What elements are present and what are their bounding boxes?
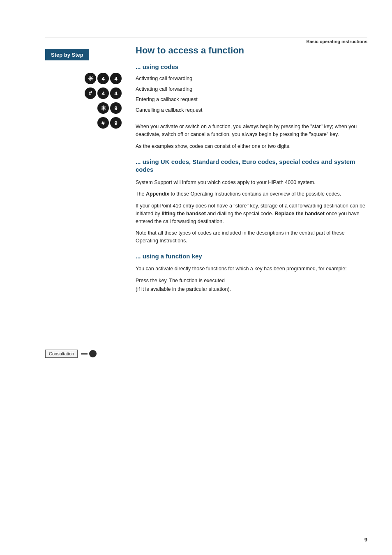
code-row-4: Cancelling a callback request xyxy=(136,107,367,114)
section2-para3-bold1: lifting the handset xyxy=(161,211,206,216)
keys-2: # 4 4 xyxy=(76,88,122,99)
hash-key-4: # xyxy=(97,117,109,129)
section2-heading: ... using UK codes, Standard codes, Euro… xyxy=(136,158,367,174)
code-row-4-desc: Cancelling a callback request xyxy=(136,107,203,114)
section3-consult-line2: (if it is available in the particular si… xyxy=(136,286,367,293)
section2-para4: Note that all these types of codes are i… xyxy=(136,229,367,245)
content-area: How to access a function ... using codes… xyxy=(127,45,367,530)
section2-para3: If your optiPoint 410 entry does not hav… xyxy=(136,202,367,225)
digit-4-key-2b: 4 xyxy=(110,88,122,99)
section2-para2-suffix: to these Operating Instructions contains… xyxy=(169,191,341,197)
sidebar-keys: ✳ 4 4 # 4 4 ✳ 9 xyxy=(45,73,127,132)
section2-para3-mid: and dialling the special code. xyxy=(206,211,274,216)
indicator-line xyxy=(81,353,88,355)
indicator-circle xyxy=(89,350,97,357)
digit-9-key-4: 9 xyxy=(110,117,122,129)
code-row-1: Activating call forwarding xyxy=(136,75,367,83)
section3-para1: You can activate directly those function… xyxy=(136,265,367,273)
star-key-3: ✳ xyxy=(97,102,109,114)
code-row-2-desc: Activating call forwarding xyxy=(136,86,192,93)
keys-3: ✳ 9 xyxy=(89,102,122,114)
page-number: 9 xyxy=(364,537,367,543)
key-row-3: ✳ 9 xyxy=(89,102,127,114)
section3-heading: ... using a function key xyxy=(136,252,367,260)
keys-4: # 9 xyxy=(89,117,122,129)
step-by-step-label: Step by Step xyxy=(45,49,89,60)
key-row-1: ✳ 4 4 xyxy=(76,73,127,84)
digit-4-key-2a: 4 xyxy=(97,88,109,99)
header-bar: Basic operating instructions xyxy=(45,37,367,44)
page: Basic operating instructions Step by Ste… xyxy=(0,0,392,555)
code-row-2: Activating call forwarding xyxy=(136,86,367,93)
section2-para2: The Appendix to these Operating Instruct… xyxy=(136,190,367,198)
header-title: Basic operating instructions xyxy=(306,39,367,44)
keys-1: ✳ 4 4 xyxy=(76,73,122,84)
consult-key-label: Consultation xyxy=(45,350,78,358)
star-key-1: ✳ xyxy=(85,73,96,84)
main-layout: Step by Step ✳ 4 4 # 4 4 xyxy=(45,45,367,530)
digit-9-key-3: 9 xyxy=(110,102,122,114)
code-rows: Activating call forwarding Activating ca… xyxy=(136,75,367,117)
section1-para1: When you activate or switch on a functio… xyxy=(136,123,367,138)
key-row-4: # 9 xyxy=(89,117,127,129)
key-row-2: # 4 4 xyxy=(76,88,127,99)
code-row-3: Entering a callback request xyxy=(136,96,367,104)
code-row-3-desc: Entering a callback request xyxy=(136,96,198,104)
consult-key-area: Consultation xyxy=(45,350,127,358)
consult-row: Consultation xyxy=(45,350,127,358)
section2-para1: System Support will inform you which cod… xyxy=(136,179,367,187)
section3-consult-desc: Press the key. The function is executed … xyxy=(136,277,367,293)
section2-para2-bold: Appendix xyxy=(146,191,169,197)
code-row-1-desc: Activating call forwarding xyxy=(136,75,192,83)
section1-para2: As the examples show, codes can consist … xyxy=(136,143,367,150)
section3-consult-line1: Press the key. The function is executed xyxy=(136,277,367,285)
main-heading: How to access a function xyxy=(136,45,367,56)
consult-indicator xyxy=(81,350,97,357)
digit-4-key-1b: 4 xyxy=(110,73,122,84)
section1-heading: ... using codes xyxy=(136,63,367,70)
sidebar: Step by Step ✳ 4 4 # 4 4 xyxy=(45,45,127,530)
digit-4-key-1a: 4 xyxy=(97,73,109,84)
section2-para2-prefix: The xyxy=(136,191,146,197)
hash-key-2: # xyxy=(85,88,96,99)
section2-para3-bold2: Replace the handset xyxy=(274,211,325,216)
